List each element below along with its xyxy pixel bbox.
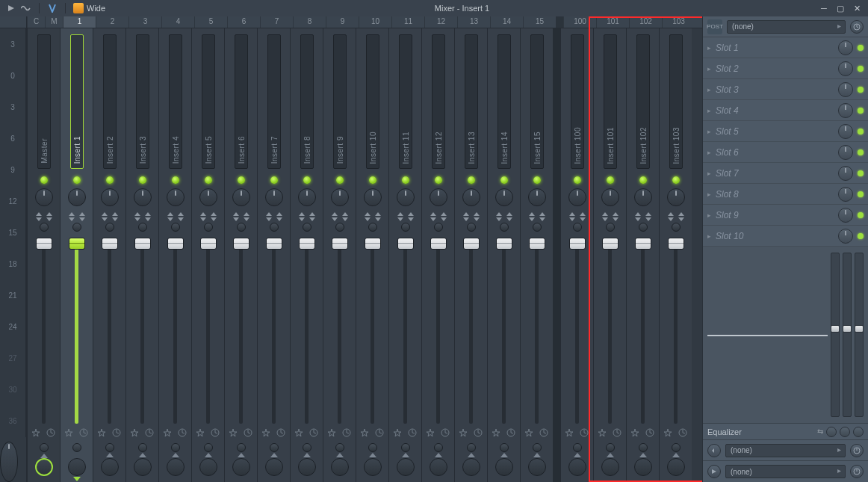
mute-toggle[interactable]	[574, 176, 581, 184]
slot-mix-knob[interactable]	[838, 208, 853, 223]
stereo-knob[interactable]	[401, 223, 410, 232]
effect-slot-5[interactable]: ▸ Slot 5	[703, 121, 868, 142]
scale-knob[interactable]	[0, 442, 18, 482]
slot-active-dot[interactable]	[858, 108, 864, 114]
mixer-track[interactable]: Insert 101	[593, 28, 626, 482]
effect-slot-3[interactable]: ▸ Slot 3	[703, 79, 868, 100]
send-knob[interactable]	[397, 458, 415, 476]
send-knob[interactable]	[568, 458, 586, 476]
layout-selector[interactable]: Wide	[73, 3, 105, 13]
send-knob[interactable]	[364, 458, 382, 476]
fx-icon[interactable]	[630, 428, 641, 439]
send-knob[interactable]	[232, 458, 250, 476]
stereo-sep-controls[interactable]	[164, 212, 187, 232]
slot-active-dot[interactable]	[858, 191, 864, 197]
eq-reset-icon[interactable]: ⇆	[817, 427, 823, 436]
slot-mix-knob[interactable]	[838, 166, 853, 181]
volume-fader[interactable]	[323, 238, 356, 424]
header-track-102[interactable]: 102	[629, 16, 662, 28]
mixer-track[interactable]: Insert 11	[388, 28, 421, 482]
volume-fader[interactable]	[561, 238, 593, 424]
fx-icon[interactable]	[565, 428, 575, 439]
slot-mix-knob[interactable]	[838, 187, 853, 202]
fx-icon[interactable]	[426, 428, 436, 439]
slot-active-dot[interactable]	[858, 129, 864, 135]
stereo-sep-controls[interactable]	[33, 212, 55, 232]
send-knob[interactable]	[601, 458, 619, 476]
slot-active-dot[interactable]	[858, 212, 864, 218]
stereo-knob[interactable]	[72, 223, 81, 232]
mixer-track[interactable]: Insert 12	[421, 28, 454, 482]
mute-toggle[interactable]	[106, 176, 114, 184]
clock-icon[interactable]	[342, 428, 353, 439]
volume-fader[interactable]	[356, 238, 388, 424]
maximize-button[interactable]: ▢	[835, 3, 846, 13]
header-track-11[interactable]: 11	[391, 16, 424, 28]
out1-dropdown[interactable]: (none)	[725, 444, 846, 457]
mixer-track[interactable]: Insert 14	[487, 28, 520, 482]
mixer-track[interactable]: Insert 6	[224, 28, 257, 482]
mute-toggle[interactable]	[336, 176, 344, 184]
pan-knob[interactable]	[35, 188, 53, 206]
lower-knob[interactable]	[606, 443, 615, 452]
lower-knob[interactable]	[204, 443, 213, 452]
stereo-knob[interactable]	[335, 223, 344, 232]
minimize-button[interactable]: ─	[819, 3, 829, 13]
lower-knob[interactable]	[533, 443, 542, 452]
slot-active-dot[interactable]	[858, 45, 864, 51]
header-track-9[interactable]: 9	[326, 16, 359, 28]
stereo-sep-controls[interactable]	[566, 212, 589, 232]
send-knob[interactable]	[667, 458, 685, 476]
volume-fader[interactable]	[61, 238, 93, 424]
mute-toggle[interactable]	[639, 176, 647, 184]
pan-knob[interactable]	[167, 188, 185, 206]
stereo-sep-controls[interactable]	[460, 212, 483, 232]
slot-mix-knob[interactable]	[838, 82, 853, 97]
fx-icon[interactable]	[163, 428, 173, 439]
mixer-track[interactable]: Insert 102	[626, 28, 659, 482]
volume-fader[interactable]	[389, 238, 421, 424]
mixer-track[interactable]: Insert 100	[560, 28, 593, 482]
mute-toggle[interactable]	[607, 176, 614, 184]
stereo-sep-controls[interactable]	[526, 212, 548, 232]
volume-fader[interactable]	[488, 238, 520, 424]
input-dropdown[interactable]: (none)	[727, 20, 846, 34]
mixer-track[interactable]: Insert 8	[290, 28, 323, 482]
stereo-knob[interactable]	[270, 223, 279, 232]
send-knob[interactable]	[462, 458, 480, 476]
slot-mix-knob[interactable]	[838, 103, 853, 118]
mixer-track[interactable]: Insert 5	[191, 28, 224, 482]
volume-fader[interactable]	[192, 238, 224, 424]
mute-toggle[interactable]	[435, 176, 442, 184]
effect-slot-2[interactable]: ▸ Slot 2	[703, 58, 868, 79]
mixer-track[interactable]: Insert 103	[659, 28, 692, 482]
out1-clock[interactable]	[850, 444, 864, 457]
send-knob[interactable]	[35, 458, 53, 476]
stereo-sep-controls[interactable]	[329, 212, 351, 232]
stereo-knob[interactable]	[500, 223, 509, 232]
mute-toggle[interactable]	[205, 176, 212, 184]
mute-toggle[interactable]	[270, 176, 278, 184]
clock-icon[interactable]	[178, 428, 188, 439]
mute-toggle[interactable]	[40, 176, 48, 184]
lower-knob[interactable]	[72, 443, 81, 452]
effect-slot-7[interactable]: ▸ Slot 7	[703, 163, 868, 184]
mute-toggle[interactable]	[500, 176, 508, 184]
header-track-12[interactable]: 12	[424, 16, 457, 28]
fx-icon[interactable]	[196, 428, 206, 439]
fx-icon[interactable]	[663, 428, 674, 439]
pan-knob[interactable]	[528, 188, 546, 206]
pan-knob[interactable]	[101, 188, 119, 206]
fx-icon[interactable]	[31, 428, 42, 439]
send-knob[interactable]	[101, 458, 119, 476]
fx-icon[interactable]	[97, 428, 108, 439]
header-track-101[interactable]: 101	[596, 16, 629, 28]
stereo-knob[interactable]	[368, 223, 377, 232]
pan-knob[interactable]	[430, 188, 447, 206]
mute-toggle[interactable]	[672, 176, 680, 184]
volume-fader[interactable]	[159, 238, 191, 424]
fx-icon[interactable]	[524, 428, 535, 439]
clock-icon[interactable]	[79, 428, 90, 439]
eq-knob-mid[interactable]	[840, 427, 850, 437]
play-icon[interactable]	[6, 3, 16, 13]
